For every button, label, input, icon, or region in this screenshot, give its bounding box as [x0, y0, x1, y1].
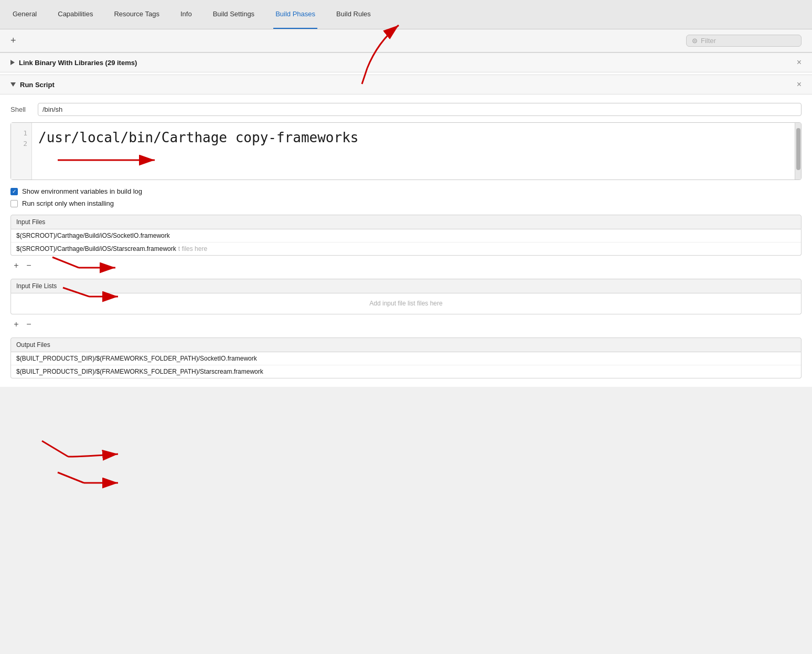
script-scrollbar[interactable] — [795, 123, 801, 180]
run-script-close[interactable]: × — [797, 80, 802, 89]
output-files-section: Output Files $(BUILT_PRODUCTS_DIR)/$(FRA… — [10, 337, 802, 378]
tab-capabilities[interactable]: Capabilities — [56, 0, 95, 29]
svg-line-8 — [58, 472, 84, 483]
run-script-title: Run Script — [20, 81, 55, 89]
tab-build-phases[interactable]: Build Phases — [273, 0, 317, 29]
toolbar: + ⊜ Filter — [0, 29, 812, 52]
output-files-header: Output Files — [10, 337, 802, 352]
tab-general[interactable]: General — [10, 0, 39, 29]
tab-build-rules[interactable]: Build Rules — [334, 0, 373, 29]
filter-placeholder: Filter — [701, 37, 716, 45]
checkbox-env-vars-label: Show environment variables in build log — [22, 187, 142, 195]
shell-row: Shell — [10, 103, 802, 116]
collapse-triangle-right — [10, 60, 15, 65]
input-file-lists-section: Input File Lists Add input file list fil… — [10, 279, 802, 314]
tab-resource-tags[interactable]: Resource Tags — [112, 0, 161, 29]
checkbox-env-vars: ✓ Show environment variables in build lo… — [10, 187, 802, 195]
input-files-header: Input Files — [10, 215, 802, 229]
filter-box[interactable]: ⊜ Filter — [686, 35, 802, 47]
input-files-section: Input Files $(SRCROOT)/Carthage/Build/iO… — [10, 215, 802, 256]
input-file-2: $(SRCROOT)/Carthage/Build/iOS/Starscream… — [11, 242, 801, 255]
input-file-lists-body: Add input file list files here — [10, 293, 802, 314]
link-binary-title: Link Binary With Libraries (29 items) — [19, 59, 137, 67]
input-file-1: $(SRCROOT)/Carthage/Build/iOS/SocketIO.f… — [11, 229, 801, 242]
checkbox-install-only: Run script only when installing — [10, 199, 802, 207]
tab-info[interactable]: Info — [178, 0, 194, 29]
checkbox-install-only-input[interactable] — [10, 200, 18, 207]
tab-bar: General Capabilities Resource Tags Info … — [0, 0, 812, 29]
run-script-body: Shell 1 2 /usr/local/bin/Carthage copy-f… — [0, 94, 812, 387]
line-number-2: 2 — [15, 139, 27, 149]
link-binary-header-left: Link Binary With Libraries (29 items) — [10, 59, 137, 67]
link-binary-section[interactable]: Link Binary With Libraries (29 items) × — [0, 52, 812, 72]
main-content: Link Binary With Libraries (29 items) × … — [0, 52, 812, 387]
input-file-lists-placeholder: Add input file list files here — [11, 293, 801, 313]
input-file-lists-controls: + − — [10, 319, 802, 330]
script-scrollbar-thumb[interactable] — [796, 128, 800, 170]
script-content[interactable]: /usr/local/bin/Carthage copy-frameworks — [32, 123, 795, 180]
tab-build-settings[interactable]: Build Settings — [211, 0, 257, 29]
checkbox-install-only-label: Run script only when installing — [22, 199, 114, 207]
check-icon: ✓ — [12, 188, 16, 194]
input-file-placeholder-text: t files here — [178, 245, 207, 252]
output-files-body: $(BUILT_PRODUCTS_DIR)/$(FRAMEWORKS_FOLDE… — [10, 352, 802, 378]
line-number-1: 1 — [15, 128, 27, 139]
input-file-lists-add-button[interactable]: + — [10, 319, 22, 330]
collapse-triangle-down — [10, 82, 16, 87]
input-files-remove-button[interactable]: − — [23, 260, 35, 271]
shell-label: Shell — [10, 106, 31, 113]
output-file-1: $(BUILT_PRODUCTS_DIR)/$(FRAMEWORKS_FOLDE… — [11, 352, 801, 365]
output-file-2: $(BUILT_PRODUCTS_DIR)/$(FRAMEWORKS_FOLDE… — [11, 365, 801, 378]
input-files-add-button[interactable]: + — [10, 260, 22, 271]
input-files-body: $(SRCROOT)/Carthage/Build/iOS/SocketIO.f… — [10, 229, 802, 256]
input-file-2-text: $(SRCROOT)/Carthage/Build/iOS/Starscream… — [16, 245, 176, 252]
checkbox-env-vars-input[interactable]: ✓ — [10, 188, 18, 195]
input-file-lists-remove-button[interactable]: − — [23, 319, 35, 330]
svg-line-6 — [42, 441, 68, 457]
filter-icon: ⊜ — [692, 37, 698, 45]
add-phase-button[interactable]: + — [10, 35, 16, 46]
input-file-lists-header: Input File Lists — [10, 279, 802, 293]
input-files-controls: + − — [10, 260, 802, 271]
run-script-section-header[interactable]: Run Script × — [0, 75, 812, 94]
run-script-header-left: Run Script — [10, 81, 55, 89]
script-editor[interactable]: 1 2 /usr/local/bin/Carthage copy-framewo… — [10, 122, 802, 180]
shell-input[interactable] — [38, 103, 802, 116]
link-binary-close[interactable]: × — [797, 58, 802, 67]
line-numbers: 1 2 — [11, 123, 32, 180]
